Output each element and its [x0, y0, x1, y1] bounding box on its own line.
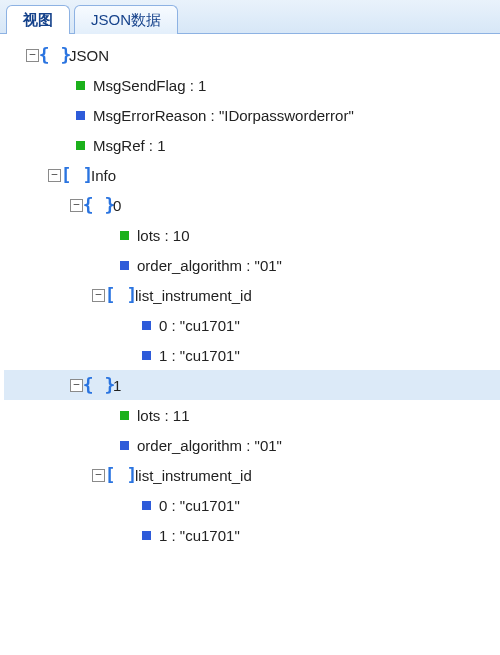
- collapse-icon[interactable]: −: [48, 169, 61, 182]
- object-icon: { }: [45, 46, 65, 64]
- string-bullet-icon: [142, 531, 151, 540]
- tree-leaf-msgsendflag[interactable]: MsgSendFlag : 1: [4, 70, 500, 100]
- node-label: MsgRef : 1: [93, 137, 166, 154]
- node-label: 0 : "cu1701": [159, 497, 240, 514]
- array-icon: [ ]: [111, 286, 131, 304]
- tree-node-info-1[interactable]: − { } 1: [4, 370, 500, 400]
- collapse-icon[interactable]: −: [70, 379, 83, 392]
- array-icon: [ ]: [111, 466, 131, 484]
- object-icon: { }: [89, 196, 109, 214]
- node-label: lots : 11: [137, 407, 190, 424]
- collapse-icon[interactable]: −: [92, 469, 105, 482]
- string-bullet-icon: [76, 111, 85, 120]
- tree-leaf-lots[interactable]: lots : 10: [4, 220, 500, 250]
- node-label: MsgErrorReason : "IDorpassworderror": [93, 107, 354, 124]
- string-bullet-icon: [120, 261, 129, 270]
- tree-leaf-msgerrorreason[interactable]: MsgErrorReason : "IDorpassworderror": [4, 100, 500, 130]
- tree-leaf-list-entry[interactable]: 1 : "cu1701": [4, 520, 500, 550]
- tree-leaf-msgref[interactable]: MsgRef : 1: [4, 130, 500, 160]
- tree-node-info[interactable]: − [ ] Info: [4, 160, 500, 190]
- node-label: 1: [113, 377, 121, 394]
- tree-node-info-0[interactable]: − { } 0: [4, 190, 500, 220]
- tree-leaf-order-algorithm[interactable]: order_algorithm : "01": [4, 250, 500, 280]
- node-label: 0 : "cu1701": [159, 317, 240, 334]
- json-tree: − { } JSON MsgSendFlag : 1 MsgErrorReaso…: [0, 34, 500, 556]
- node-label: order_algorithm : "01": [137, 437, 282, 454]
- tree-node-list-instrument-id[interactable]: − [ ] list_instrument_id: [4, 280, 500, 310]
- node-label: JSON: [69, 47, 109, 64]
- object-icon: { }: [89, 376, 109, 394]
- tab-strip: 视图 JSON数据: [0, 0, 500, 34]
- tree-leaf-list-entry[interactable]: 0 : "cu1701": [4, 490, 500, 520]
- node-label: list_instrument_id: [135, 467, 252, 484]
- number-bullet-icon: [120, 411, 129, 420]
- string-bullet-icon: [142, 351, 151, 360]
- string-bullet-icon: [142, 501, 151, 510]
- node-label: order_algorithm : "01": [137, 257, 282, 274]
- tree-leaf-list-entry[interactable]: 0 : "cu1701": [4, 310, 500, 340]
- tree-leaf-list-entry[interactable]: 1 : "cu1701": [4, 340, 500, 370]
- node-label: 0: [113, 197, 121, 214]
- node-label: list_instrument_id: [135, 287, 252, 304]
- number-bullet-icon: [120, 231, 129, 240]
- tab-json-data[interactable]: JSON数据: [74, 5, 178, 34]
- array-icon: [ ]: [67, 166, 87, 184]
- tab-view[interactable]: 视图: [6, 5, 70, 34]
- number-bullet-icon: [76, 141, 85, 150]
- collapse-icon[interactable]: −: [70, 199, 83, 212]
- node-label: 1 : "cu1701": [159, 527, 240, 544]
- node-label: lots : 10: [137, 227, 190, 244]
- string-bullet-icon: [142, 321, 151, 330]
- collapse-icon[interactable]: −: [26, 49, 39, 62]
- tree-node-list-instrument-id[interactable]: − [ ] list_instrument_id: [4, 460, 500, 490]
- node-label: Info: [91, 167, 116, 184]
- node-label: 1 : "cu1701": [159, 347, 240, 364]
- string-bullet-icon: [120, 441, 129, 450]
- collapse-icon[interactable]: −: [92, 289, 105, 302]
- tree-leaf-order-algorithm[interactable]: order_algorithm : "01": [4, 430, 500, 460]
- tree-leaf-lots[interactable]: lots : 11: [4, 400, 500, 430]
- node-label: MsgSendFlag : 1: [93, 77, 206, 94]
- tree-node-root[interactable]: − { } JSON: [4, 40, 500, 70]
- number-bullet-icon: [76, 81, 85, 90]
